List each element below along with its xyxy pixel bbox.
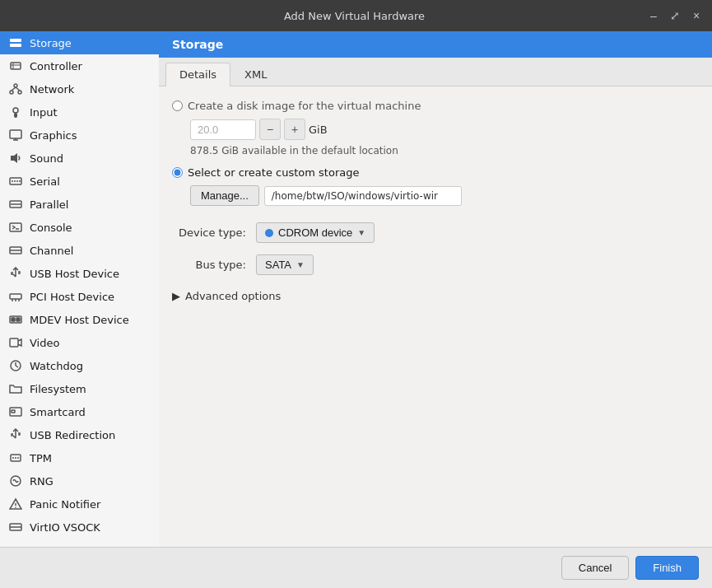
svg-point-7 <box>14 84 17 87</box>
maximize-button[interactable]: ⤢ <box>666 7 684 25</box>
titlebar: Add New Virtual Hardware – ⤢ × <box>0 0 712 31</box>
advanced-toggle-arrow: ▶ <box>172 290 180 302</box>
svg-line-10 <box>12 87 16 91</box>
sidebar-item-usb-redir[interactable]: USB Redirection <box>0 423 159 446</box>
svg-rect-46 <box>12 410 15 413</box>
sidebar-item-vsock[interactable]: VirtIO VSOCK <box>0 516 159 539</box>
sidebar-label-tpm: TPM <box>30 452 52 464</box>
sidebar-item-tpm[interactable]: TPM <box>0 446 159 469</box>
mdev-host-icon <box>8 312 23 327</box>
svg-line-11 <box>16 87 20 91</box>
sound-icon <box>8 151 23 166</box>
sidebar-item-graphics[interactable]: Graphics <box>0 124 159 147</box>
sidebar-item-serial[interactable]: Serial <box>0 170 159 193</box>
sidebar-label-usb-redir: USB Redirection <box>30 429 115 441</box>
close-button[interactable]: × <box>687 7 705 25</box>
cancel-button[interactable]: Cancel <box>561 556 629 580</box>
sidebar-item-pci-host[interactable]: PCI Host Device <box>0 285 159 308</box>
sidebar-item-sound[interactable]: Sound <box>0 147 159 170</box>
sidebar-label-network: Network <box>30 83 74 96</box>
sidebar-item-network[interactable]: Network <box>0 77 159 100</box>
sidebar-item-video[interactable]: Video <box>0 331 159 354</box>
svg-rect-39 <box>12 318 15 321</box>
svg-line-44 <box>16 366 18 367</box>
tab-xml[interactable]: XML <box>230 63 281 86</box>
sidebar-label-watchdog: Watchdog <box>30 360 83 372</box>
storage-path-display: /home/btw/ISO/windows/virtio-wir <box>264 186 462 206</box>
svg-marker-17 <box>11 153 17 163</box>
rng-icon <box>8 474 23 488</box>
minimize-button[interactable]: – <box>645 7 663 25</box>
serial-icon <box>8 174 23 189</box>
svg-point-12 <box>13 108 18 113</box>
svg-point-8 <box>10 91 13 94</box>
svg-rect-4 <box>11 63 21 69</box>
device-type-row: Device type: CDROM device ▼ <box>172 222 699 243</box>
graphics-icon <box>8 128 23 142</box>
svg-rect-41 <box>10 338 18 347</box>
finish-button[interactable]: Finish <box>635 556 699 580</box>
main-panel: Storage Details XML Create a disk image … <box>159 31 712 547</box>
sidebar-item-channel[interactable]: Channel <box>0 239 159 262</box>
size-decrease-button[interactable]: − <box>259 119 281 140</box>
sidebar-label-storage: Storage <box>30 37 72 49</box>
sidebar-label-parallel: Parallel <box>30 198 68 211</box>
sidebar-item-usb-host[interactable]: USB Host Device <box>0 262 159 285</box>
tab-content-details: Create a disk image for the virtual mach… <box>159 86 712 547</box>
advanced-options-label: Advanced options <box>185 290 281 302</box>
sidebar-item-mdev-host[interactable]: MDEV Host Device <box>0 308 159 331</box>
filesystem-icon <box>8 381 23 396</box>
footer: Cancel Finish <box>0 547 712 588</box>
main-window: Add New Virtual Hardware – ⤢ × Storage <box>0 0 712 588</box>
svg-rect-14 <box>10 130 21 138</box>
sidebar-label-video: Video <box>30 337 59 349</box>
disk-image-radio-row: Create a disk image for the virtual mach… <box>172 100 699 112</box>
sidebar-label-vsock: VirtIO VSOCK <box>30 521 100 534</box>
tpm-icon <box>8 450 23 465</box>
svg-rect-34 <box>10 294 21 299</box>
disk-image-radio[interactable] <box>172 100 183 111</box>
sidebar-label-rng: RNG <box>30 475 54 488</box>
sidebar-item-filesystem[interactable]: Filesystem <box>0 377 159 400</box>
sidebar-item-storage[interactable]: Storage <box>0 31 159 54</box>
console-icon <box>8 220 23 235</box>
cdrom-indicator <box>265 229 273 237</box>
disk-image-group: Create a disk image for the virtual mach… <box>172 100 699 156</box>
bus-type-dropdown[interactable]: SATA ▼ <box>256 254 314 275</box>
sidebar-label-panic: Panic Notifier <box>30 498 100 511</box>
device-type-dropdown[interactable]: CDROM device ▼ <box>256 222 375 243</box>
svg-point-3 <box>18 44 20 46</box>
sidebar-item-controller[interactable]: Controller <box>0 54 159 77</box>
sidebar-label-input: Input <box>30 106 58 119</box>
vsock-icon <box>8 520 23 534</box>
size-increase-button[interactable]: + <box>284 119 305 140</box>
custom-storage-radio[interactable] <box>172 167 183 178</box>
sidebar-item-panic[interactable]: Panic Notifier <box>0 492 159 516</box>
advanced-options-toggle[interactable]: ▶ Advanced options <box>172 287 699 306</box>
disk-size-row: − + GiB <box>190 119 699 140</box>
svg-point-53 <box>15 506 16 508</box>
tab-bar: Details XML <box>159 58 712 86</box>
sidebar-item-parallel[interactable]: Parallel <box>0 193 159 216</box>
sidebar-label-usb-host: USB Host Device <box>30 268 119 280</box>
panic-icon <box>8 497 23 511</box>
network-icon <box>8 82 23 96</box>
sidebar-label-mdev-host: MDEV Host Device <box>30 314 129 326</box>
video-icon <box>8 335 23 350</box>
sidebar-item-watchdog[interactable]: Watchdog <box>0 354 159 377</box>
tab-details[interactable]: Details <box>165 63 230 86</box>
sidebar-label-graphics: Graphics <box>30 129 77 142</box>
sidebar-item-smartcard[interactable]: Smartcard <box>0 400 159 423</box>
bus-type-row: Bus type: SATA ▼ <box>172 254 699 275</box>
sidebar-label-pci-host: PCI Host Device <box>30 291 114 303</box>
sidebar-item-rng[interactable]: RNG <box>0 469 159 492</box>
bus-type-arrow: ▼ <box>296 260 305 269</box>
sidebar-item-console[interactable]: Console <box>0 216 159 239</box>
parallel-icon <box>8 197 23 212</box>
manage-button[interactable]: Manage... <box>190 185 259 206</box>
svg-point-9 <box>18 91 21 94</box>
sidebar-item-input[interactable]: Input <box>0 100 159 124</box>
device-type-label: Device type: <box>172 226 246 239</box>
disk-size-input[interactable] <box>190 119 256 140</box>
sidebar-label-filesystem: Filesystem <box>30 383 86 395</box>
